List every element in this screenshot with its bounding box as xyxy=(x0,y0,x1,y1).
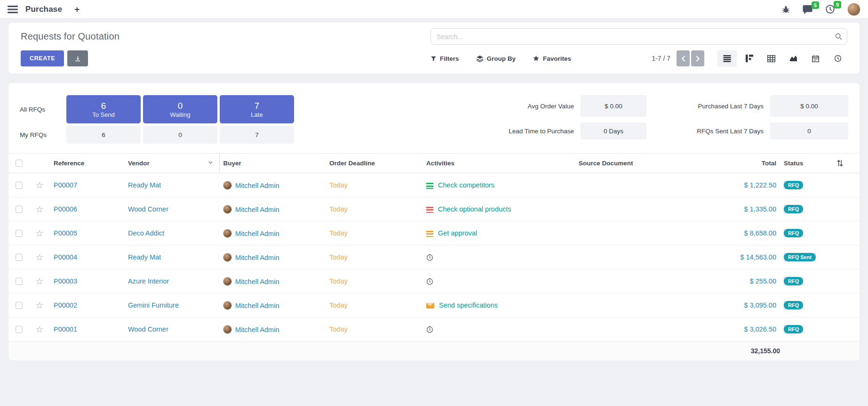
buyer-link[interactable]: Mitchell Admin xyxy=(235,278,279,285)
search-icon[interactable] xyxy=(835,32,843,41)
header-reference[interactable]: Reference xyxy=(50,154,124,173)
reference-link[interactable]: P00006 xyxy=(54,205,77,213)
favorite-star-icon[interactable]: ☆ xyxy=(35,276,43,286)
activity-label[interactable]: Check competitors xyxy=(438,181,494,189)
row-checkbox[interactable] xyxy=(16,182,23,189)
table-row[interactable]: ☆ P00001 Wood Corner Mitchell Admin Toda… xyxy=(8,317,860,341)
buyer-avatar xyxy=(223,277,232,286)
buyer-link[interactable]: Mitchell Admin xyxy=(235,182,279,189)
table-row[interactable]: ☆ P00003 Azure Interior Mitchell Admin T… xyxy=(8,269,860,293)
apps-menu-icon[interactable] xyxy=(8,6,18,13)
vendor-link[interactable]: Ready Mat xyxy=(128,181,161,189)
favorite-star-icon[interactable]: ☆ xyxy=(35,300,43,310)
table-row[interactable]: ☆ P00004 Ready Mat Mitchell Admin Today xyxy=(8,245,860,269)
activity-tasks-icon[interactable] xyxy=(426,231,433,237)
favorite-star-icon[interactable]: ☆ xyxy=(35,180,43,190)
favorite-star-icon[interactable]: ☆ xyxy=(35,325,43,334)
row-end-cell xyxy=(833,269,860,293)
reference-link[interactable]: P00005 xyxy=(54,229,77,237)
vendor-link[interactable]: Ready Mat xyxy=(128,253,161,261)
messages-icon[interactable]: 5 xyxy=(802,5,813,14)
table-row[interactable]: ☆ P00006 Wood Corner Mitchell Admin Toda… xyxy=(8,197,860,221)
activity-label[interactable]: Get approval xyxy=(438,229,477,237)
row-checkbox[interactable] xyxy=(16,254,23,261)
activity-clock-icon[interactable] xyxy=(426,254,433,261)
row-checkbox[interactable] xyxy=(16,302,23,309)
filters-button[interactable]: Filters xyxy=(430,55,459,62)
row-checkbox[interactable] xyxy=(16,278,23,285)
buyer-link[interactable]: Mitchell Admin xyxy=(235,206,279,213)
select-all-checkbox[interactable] xyxy=(16,160,23,167)
buyer-link[interactable]: Mitchell Admin xyxy=(235,230,279,237)
rfqs-sent-last-7-days-label: RFQs Sent Last 7 Days xyxy=(653,122,764,139)
vendor-link[interactable]: Wood Corner xyxy=(128,325,168,333)
all-waiting-button[interactable]: 0 Waiting xyxy=(143,95,217,123)
header-vendor[interactable]: Vendor xyxy=(124,154,219,173)
favorite-star-icon[interactable]: ☆ xyxy=(35,252,43,262)
favorite-star-icon[interactable]: ☆ xyxy=(35,228,43,238)
activity-envelope-icon[interactable] xyxy=(426,303,434,309)
vendor-link[interactable]: Deco Addict xyxy=(128,229,164,237)
pager-previous-button[interactable] xyxy=(677,50,690,66)
reference-link[interactable]: P00002 xyxy=(54,301,77,309)
source-document-cell xyxy=(575,317,709,341)
row-checkbox[interactable] xyxy=(16,230,23,237)
app-name[interactable]: Purchase xyxy=(25,5,62,14)
my-late-button[interactable]: 7 xyxy=(220,126,294,144)
table-footer-row: 32,155.00 xyxy=(8,341,860,360)
new-tab-button[interactable]: + xyxy=(74,5,80,14)
reference-link[interactable]: P00004 xyxy=(54,253,77,261)
reference-link[interactable]: P00001 xyxy=(54,325,77,333)
row-checkbox[interactable] xyxy=(16,206,23,213)
favorite-star-icon[interactable]: ☆ xyxy=(35,204,43,214)
view-calendar-button[interactable] xyxy=(806,50,825,67)
activity-clock-icon[interactable] xyxy=(426,326,433,333)
pager-next-button[interactable] xyxy=(691,50,704,66)
search-input[interactable] xyxy=(430,28,847,45)
row-total: $ 1,222.50 xyxy=(744,181,776,189)
vendor-link[interactable]: Gemini Furniture xyxy=(128,301,179,309)
create-button[interactable]: CREATE xyxy=(21,50,64,66)
header-activities[interactable]: Activities xyxy=(422,154,575,173)
vendor-link[interactable]: Azure Interior xyxy=(128,277,169,285)
debug-bug-icon[interactable] xyxy=(782,5,790,14)
activity-label[interactable]: Check optional products xyxy=(438,205,511,213)
optional-columns-button[interactable] xyxy=(833,154,860,173)
buyer-link[interactable]: Mitchell Admin xyxy=(235,326,279,333)
activity-tasks-icon[interactable] xyxy=(426,183,433,189)
view-kanban-button[interactable] xyxy=(740,50,759,67)
view-activity-button[interactable] xyxy=(828,50,847,67)
view-list-button[interactable] xyxy=(717,50,737,67)
header-status[interactable]: Status xyxy=(780,154,833,173)
favorites-button[interactable]: Favorites xyxy=(533,55,571,62)
all-to-send-button[interactable]: 6 To Send xyxy=(66,95,141,123)
my-waiting-button[interactable]: 0 xyxy=(143,126,217,144)
header-total[interactable]: Total xyxy=(709,154,780,173)
view-pivot-button[interactable] xyxy=(762,50,781,67)
row-checkbox[interactable] xyxy=(16,326,23,333)
group-by-button[interactable]: Group By xyxy=(476,55,516,62)
all-late-button[interactable]: 7 Late xyxy=(220,95,294,123)
table-row[interactable]: ☆ P00005 Deco Addict Mitchell Admin Toda… xyxy=(8,221,860,245)
row-total: $ 3,026.50 xyxy=(744,325,776,333)
table-row[interactable]: ☆ P00002 Gemini Furniture Mitchell Admin… xyxy=(8,293,860,317)
activity-tasks-icon[interactable] xyxy=(426,207,433,213)
table-row[interactable]: ☆ P00007 Ready Mat Mitchell Admin Today … xyxy=(8,173,860,197)
buyer-link[interactable]: Mitchell Admin xyxy=(235,302,279,309)
my-to-send-button[interactable]: 6 xyxy=(66,126,141,144)
header-order-deadline[interactable]: Order Deadline xyxy=(326,154,422,173)
header-buyer[interactable]: Buyer xyxy=(219,154,326,173)
vendor-link[interactable]: Wood Corner xyxy=(128,205,168,213)
export-button[interactable] xyxy=(67,50,88,66)
status-badge: RFQ xyxy=(784,205,803,213)
user-avatar[interactable] xyxy=(847,3,860,16)
reference-link[interactable]: P00003 xyxy=(54,277,77,285)
view-graph-button[interactable] xyxy=(784,50,803,67)
buyer-link[interactable]: Mitchell Admin xyxy=(235,254,279,261)
activities-clock-icon[interactable]: 9 xyxy=(825,4,835,14)
reference-link[interactable]: P00007 xyxy=(54,181,77,189)
order-deadline-value: Today xyxy=(329,205,348,213)
activity-clock-icon[interactable] xyxy=(426,278,433,285)
activity-label[interactable]: Send specifications xyxy=(439,301,498,309)
header-source-document[interactable]: Source Document xyxy=(575,154,709,173)
